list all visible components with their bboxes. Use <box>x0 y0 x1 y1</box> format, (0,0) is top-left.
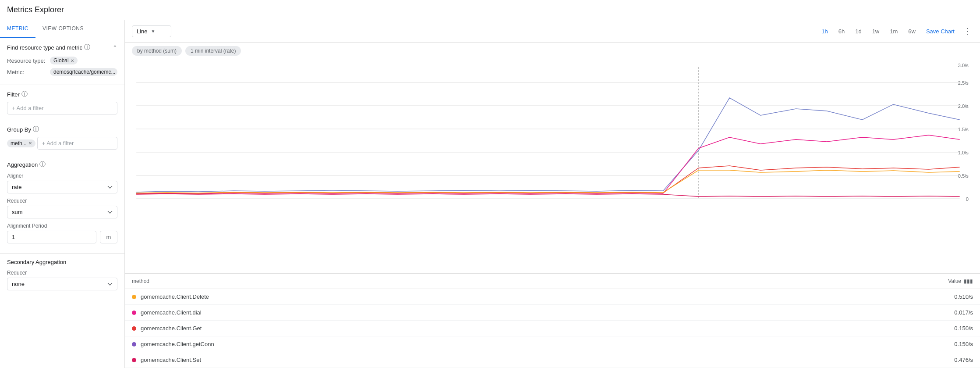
resource-type-close[interactable]: ✕ <box>71 58 74 63</box>
table-row: gomemcache.Client.getConn 0.150/s <box>125 336 980 352</box>
group-chip-close[interactable]: ✕ <box>28 141 32 146</box>
table-row: gomemcache.Client.Get 0.150/s <box>125 321 980 336</box>
svg-text:1:30: 1:30 <box>893 202 902 203</box>
svg-text:3.0/s: 3.0/s <box>958 63 969 68</box>
time-range-1d[interactable]: 1d <box>852 26 865 36</box>
filter-chip-1[interactable]: 1 min interval (rate) <box>185 46 241 56</box>
main-content: Line ▼ 1h 6h 1d 1w 1m 6w Save Chart ⋮ by… <box>125 20 980 368</box>
group-by-section: Group By ⓘ meth... ✕ <box>0 120 124 155</box>
metric-chip[interactable]: demosqrtcache/gomemc... ✕ <box>50 68 117 76</box>
chart-lines: 0 0.5/s 1.0/s 1.5/s 2.0/s 2.5/s 3.0/s 12 <box>132 63 973 203</box>
filter-section: Filter ⓘ <box>0 85 124 120</box>
dropdown-arrow-icon: ▼ <box>151 29 156 34</box>
row-value-1: 0.017/s <box>954 309 973 316</box>
resource-type-row: Resource type: Global ✕ <box>7 57 117 64</box>
aligner-label: Aligner <box>7 173 117 179</box>
svg-text:1:25: 1:25 <box>827 202 836 203</box>
more-options-icon[interactable]: ⋮ <box>962 25 973 38</box>
sidebar-tabs: METRIC VIEW OPTIONS <box>0 20 124 38</box>
data-table: method Value ▮▮▮ gomemcache.Client.Delet… <box>125 273 980 368</box>
alignment-period-input[interactable] <box>7 231 96 243</box>
column-chart-icon[interactable]: ▮▮▮ <box>964 278 973 284</box>
chart-type-label: Line <box>137 28 148 35</box>
filter-input[interactable] <box>7 102 117 114</box>
svg-text:1:15: 1:15 <box>694 202 704 203</box>
reducer-select[interactable]: sum <box>7 206 117 218</box>
chart-toolbar-right: 1h 6h 1d 1w 1m 6w Save Chart ⋮ <box>818 25 973 38</box>
aligner-select[interactable]: rate <box>7 181 117 193</box>
row-value-3: 0.150/s <box>954 341 973 347</box>
tab-metric[interactable]: METRIC <box>0 20 35 38</box>
svg-text:12:45: 12:45 <box>294 202 306 203</box>
row-label-3: gomemcache.Client.getConn <box>132 341 214 347</box>
metric-close[interactable]: ✕ <box>117 70 117 75</box>
secondary-aggregation-title: Secondary Aggregation <box>7 259 66 265</box>
metric-label: Metric: <box>7 69 46 75</box>
row-label-2: gomemcache.Client.Get <box>132 325 202 332</box>
help-icon[interactable]: ⓘ <box>84 43 90 51</box>
svg-text:2.0/s: 2.0/s <box>958 104 969 109</box>
app-header: Metrics Explorer <box>0 0 980 20</box>
group-by-row: meth... ✕ <box>7 137 117 150</box>
resource-section-header: Find resource type and metric ⓘ ⌃ <box>7 43 117 51</box>
filter-title: Filter <box>7 91 20 98</box>
alignment-period-unit: m <box>100 231 117 243</box>
resource-section: Find resource type and metric ⓘ ⌃ Resour… <box>0 38 124 85</box>
group-by-help-icon[interactable]: ⓘ <box>33 125 39 133</box>
group-chip[interactable]: meth... ✕ <box>7 139 35 147</box>
metric-row: Metric: demosqrtcache/gomemc... ✕ <box>7 68 117 76</box>
svg-text:1:10: 1:10 <box>627 202 637 203</box>
svg-text:1.5/s: 1.5/s <box>958 127 969 132</box>
table-row: gomemcache.Client.dial 0.017/s <box>125 305 980 321</box>
tab-view-options[interactable]: VIEW OPTIONS <box>35 20 91 38</box>
method-column-header: method <box>132 278 149 284</box>
svg-text:0.5/s: 0.5/s <box>958 173 969 179</box>
time-range-1m[interactable]: 1m <box>886 26 901 36</box>
color-dot-3 <box>132 342 136 347</box>
save-chart-button[interactable]: Save Chart <box>923 26 958 36</box>
aggregation-title: Aggregation <box>7 161 38 168</box>
color-dot-4 <box>132 358 136 362</box>
secondary-reducer-select[interactable]: none <box>7 278 117 290</box>
reducer-label: Reducer <box>7 198 117 204</box>
table-header: method Value ▮▮▮ <box>125 274 980 289</box>
svg-text:1.0/s: 1.0/s <box>958 150 969 155</box>
time-range-6h[interactable]: 6h <box>835 26 848 36</box>
group-by-title: Group By <box>7 126 31 133</box>
collapse-icon[interactable]: ⌃ <box>113 44 117 51</box>
svg-text:2.5/s: 2.5/s <box>958 80 969 86</box>
svg-text:12:55: 12:55 <box>427 202 439 203</box>
resource-type-label: Resource type: <box>7 57 46 64</box>
chart-svg: 0 0.5/s 1.0/s 1.5/s 2.0/s 2.5/s 3.0/s 12 <box>132 63 973 203</box>
chart-container: 0 0.5/s 1.0/s 1.5/s 2.0/s 2.5/s 3.0/s 12 <box>125 59 980 273</box>
secondary-reducer-label: Reducer <box>7 270 117 276</box>
sidebar: METRIC VIEW OPTIONS Find resource type a… <box>0 20 125 368</box>
group-by-input[interactable] <box>37 137 117 150</box>
time-range-1w[interactable]: 1w <box>869 26 883 36</box>
filter-help-icon[interactable]: ⓘ <box>21 90 28 98</box>
resource-type-chip[interactable]: Global ✕ <box>50 57 78 64</box>
color-dot-2 <box>132 326 136 331</box>
app-title: Metrics Explorer <box>7 5 64 14</box>
row-label-0: gomemcache.Client.Delete <box>132 293 209 300</box>
chart-type-select[interactable]: Line ▼ <box>132 25 171 37</box>
svg-text:1:20: 1:20 <box>760 202 770 203</box>
secondary-aggregation-section: Secondary Aggregation Reducer none <box>0 254 124 300</box>
aggregation-help-icon[interactable]: ⓘ <box>39 161 46 168</box>
table-row: gomemcache.Client.Set 0.476/s <box>125 352 980 368</box>
svg-text:0: 0 <box>966 197 969 202</box>
row-label-1: gomemcache.Client.dial <box>132 309 202 316</box>
alignment-period-label: Alignment Period <box>7 223 117 229</box>
filter-chip-0[interactable]: by method (sum) <box>132 46 182 56</box>
row-value-2: 0.150/s <box>954 325 973 332</box>
time-range-1h[interactable]: 1h <box>818 26 831 36</box>
color-dot-0 <box>132 295 136 299</box>
chart-toolbar-left: Line ▼ <box>132 25 171 37</box>
time-range-6w[interactable]: 6w <box>905 26 919 36</box>
resource-section-title: Find resource type and metric <box>7 44 82 51</box>
svg-text:12:35: 12:35 <box>161 202 173 203</box>
row-label-4: gomemcache.Client.Set <box>132 357 201 363</box>
color-dot-1 <box>132 311 136 315</box>
main-layout: METRIC VIEW OPTIONS Find resource type a… <box>0 20 980 368</box>
aggregation-section: Aggregation ⓘ Aligner rate Reducer sum A… <box>0 155 124 253</box>
